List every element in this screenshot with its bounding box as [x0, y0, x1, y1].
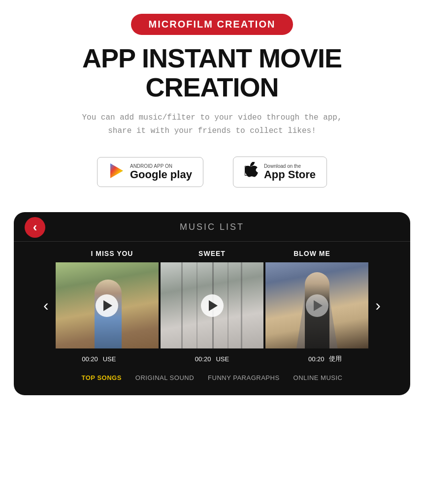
- use-btn-3[interactable]: 使用: [329, 354, 342, 363]
- duration-1: 00:20: [82, 355, 98, 363]
- song-name-1: I MISS YOU: [91, 250, 133, 257]
- svg-text:: : [244, 162, 250, 179]
- thumbnail-3[interactable]: [265, 262, 368, 348]
- tab-online-music[interactable]: ONLINE MUSIC: [294, 374, 343, 381]
- tab-row: TOP SONGS ORIGINAL SOUND FUNNY PARAGRAPH…: [14, 374, 410, 381]
- google-play-button[interactable]: ANDROID APP ON Google play: [97, 157, 203, 187]
- play-icon-2: [209, 300, 218, 311]
- play-icon-1: [103, 300, 112, 311]
- duration-col-1: 00:20 USE: [43, 354, 155, 363]
- play-button-1[interactable]: [96, 294, 118, 317]
- use-btn-1[interactable]: USE: [103, 355, 116, 363]
- google-play-text: ANDROID APP ON Google play: [130, 163, 192, 181]
- song-col-1: I MISS YOU: [63, 250, 161, 262]
- main-title: APP INSTANT MOVIE CREATION: [20, 44, 404, 102]
- panel-header: ‹ MUSIC LIST: [14, 212, 410, 242]
- song-name-2: SWEET: [198, 250, 226, 257]
- song-col-3: BLOW ME: [263, 250, 361, 262]
- duration-col-2: 00:20 USE: [157, 354, 268, 363]
- thumbnail-2[interactable]: [161, 262, 263, 348]
- tab-funny-paragraphs[interactable]: FUNNY PARAGRAPHS: [208, 374, 280, 381]
- duration-2: 00:20: [195, 355, 211, 363]
- thumbnail-1[interactable]: [56, 262, 159, 348]
- subtitle-line1: You can add music/filter to your video t…: [82, 113, 342, 122]
- duration-col-3: 00:20 使用: [269, 354, 381, 363]
- player-panel: ‹ MUSIC LIST I MISS YOU SWEET BLOW ME ‹: [14, 212, 410, 395]
- back-icon: ‹: [33, 220, 37, 233]
- back-button[interactable]: ‹: [25, 217, 45, 238]
- use-btn-2[interactable]: USE: [216, 355, 229, 363]
- google-play-icon: [108, 162, 125, 182]
- play-button-2[interactable]: [201, 294, 224, 317]
- title-section: APP INSTANT MOVIE CREATION You can add m…: [0, 44, 424, 138]
- play-icon-3: [314, 300, 323, 311]
- music-list-title: MUSIC LIST: [180, 222, 244, 232]
- tab-top-songs[interactable]: TOP SONGS: [82, 374, 122, 381]
- apple-icon: : [244, 162, 259, 182]
- app-store-text: Download on the App Store: [264, 163, 316, 181]
- next-arrow[interactable]: ›: [370, 296, 386, 315]
- header-section: MICROFILM CREATION: [0, 0, 424, 35]
- subtitle: You can add music/filter to your video t…: [20, 111, 404, 138]
- header-badge: MICROFILM CREATION: [131, 14, 294, 35]
- prev-arrow[interactable]: ‹: [38, 296, 54, 315]
- duration-row: 00:20 USE 00:20 USE 00:20 使用: [14, 348, 410, 363]
- app-store-button[interactable]:  Download on the App Store: [233, 157, 327, 188]
- tab-original-sound[interactable]: ORIGINAL SOUND: [135, 374, 194, 381]
- duration-3: 00:20: [308, 355, 325, 363]
- subtitle-line2: share it with your friends to collect li…: [108, 126, 316, 135]
- thumbnails-row: ‹: [14, 262, 410, 348]
- play-button-3[interactable]: [306, 294, 328, 317]
- svg-marker-0: [110, 163, 123, 178]
- store-section: ANDROID APP ON Google play  Download on…: [0, 157, 424, 188]
- song-names-row: I MISS YOU SWEET BLOW ME: [14, 242, 410, 262]
- song-name-3: BLOW ME: [294, 250, 330, 257]
- song-col-2: SWEET: [163, 250, 261, 262]
